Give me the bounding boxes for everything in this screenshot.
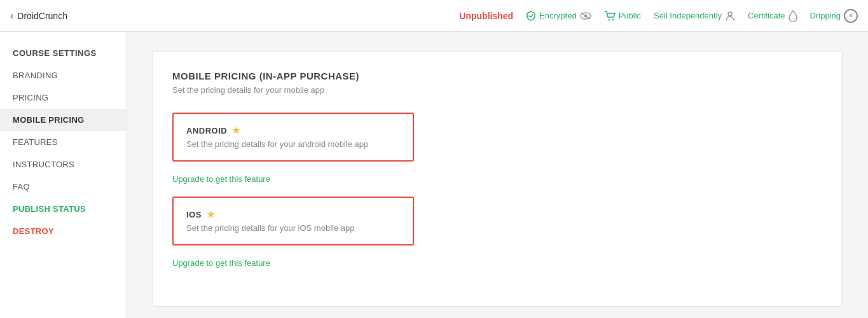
page-title: Mobile Pricing (In-App Purchase) [172,71,823,81]
ios-section-box: IOS ★ Set the pricing details for your i… [172,197,414,245]
eye-off-icon [580,11,591,20]
sell-label: Sell Independently [654,11,722,20]
sidebar-item-branding[interactable]: Branding [0,64,127,86]
dripping-status[interactable]: Dripping ✕ [810,9,858,23]
person-icon [725,11,735,21]
sidebar-item-mobile-pricing[interactable]: Mobile Pricing [0,109,127,131]
ios-star-icon: ★ [207,209,216,219]
ios-title: IOS ★ [186,209,400,219]
content-card: Mobile Pricing (In-App Purchase) Set the… [153,51,843,307]
android-upgrade-link[interactable]: Upgrade to get this feature [172,174,270,184]
status-bar: Unpublished Encrypted Public Sell Indepe… [459,9,858,23]
sidebar: Course Settings Branding Pricing Mobile … [0,32,127,318]
encrypted-label: Encrypted [539,11,577,20]
certificate-label: Certificate [748,11,785,20]
sidebar-item-publish-status[interactable]: Publish Status [0,198,127,220]
public-label: Public [619,11,641,20]
sidebar-item-pricing[interactable]: Pricing [0,86,127,109]
public-status[interactable]: Public [604,11,641,21]
ios-description: Set the pricing details for your iOS mob… [186,223,400,233]
certificate-status[interactable]: Certificate [748,10,797,22]
encrypted-status[interactable]: Encrypted [526,11,591,21]
dripping-label: Dripping [810,11,841,20]
main-layout: Course Settings Branding Pricing Mobile … [0,32,868,318]
circle-icon: ✕ [844,9,858,23]
drop-icon [789,10,797,22]
svg-point-4 [612,18,613,20]
course-title: DroidCrunch [17,11,67,21]
shield-icon [526,11,536,21]
ios-label: IOS [186,210,202,219]
sidebar-item-features[interactable]: Features [0,131,127,153]
svg-point-5 [728,12,732,16]
unpublished-status[interactable]: Unpublished [459,11,513,21]
sidebar-heading: Course Settings [0,38,127,64]
android-star-icon: ★ [232,125,241,135]
page-subtitle: Set the pricing details for your mobile … [172,85,823,95]
ios-upgrade-link[interactable]: Upgrade to get this feature [172,258,270,268]
android-title: Android ★ [186,125,400,135]
sidebar-item-destroy[interactable]: Destroy [0,220,127,242]
content-area: Mobile Pricing (In-App Purchase) Set the… [127,32,868,318]
back-arrow-icon: ‹ [10,10,13,22]
svg-point-3 [608,18,609,20]
android-description: Set the pricing details for your android… [186,139,400,149]
back-link[interactable]: ‹ DroidCrunch [10,10,67,22]
android-label: Android [186,126,227,135]
sidebar-item-faq[interactable]: FAQ [0,176,127,198]
top-nav: ‹ DroidCrunch Unpublished Encrypted Publ… [0,0,868,32]
sell-independently-status[interactable]: Sell Independently [654,11,735,21]
sidebar-item-instructors[interactable]: Instructors [0,153,127,176]
cart-icon [604,11,616,21]
android-section-box: Android ★ Set the pricing details for yo… [172,113,414,162]
